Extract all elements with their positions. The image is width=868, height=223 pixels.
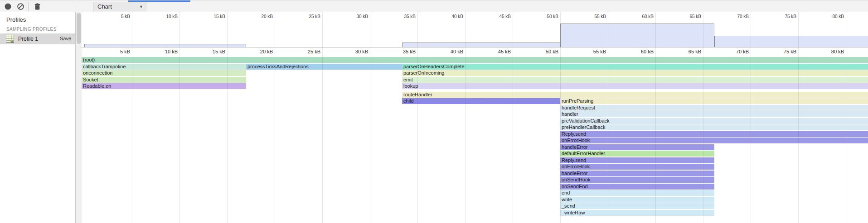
flame-frame-callbacktrampoline[interactable]: callbackTrampoline (82, 64, 246, 70)
axis-tick-label: 60 kB (621, 49, 654, 54)
axis-tick-label: 45 kB (478, 14, 511, 19)
overview-baseline (82, 47, 868, 47)
sidebar-item-profile-1[interactable]: % Profile 1 Save (0, 33, 75, 44)
flame-frame-onerrorhook[interactable]: onErrorHook (560, 164, 714, 170)
sidebar-title: Profiles (6, 16, 26, 23)
axis-tick-label: 80 kB (811, 14, 844, 19)
flame-frame--root-[interactable]: (root) (82, 57, 868, 63)
axis-tick-label: 60 kB (621, 14, 654, 19)
axis-tick-label: 80 kB (811, 49, 844, 54)
overview-segment[interactable] (402, 43, 560, 47)
chart-pane: 5 kB10 kB15 kB20 kB25 kB30 kB35 kB40 kB4… (82, 12, 868, 223)
axis-tick-label: 55 kB (573, 14, 606, 19)
flame-frame-end[interactable]: end (560, 190, 714, 196)
axis-gridline (513, 12, 513, 223)
axis-tick-label: 15 kB (193, 49, 225, 54)
flame-frame-runpreparsing[interactable]: runPreParsing (560, 98, 868, 104)
flame-chart[interactable]: (root)callbackTrampolineprocessTicksAndR… (82, 57, 868, 223)
flame-frame-socket[interactable]: Socket (82, 77, 246, 83)
flame-frame-handleerror[interactable]: handleError (560, 144, 714, 150)
overview-segment[interactable] (84, 44, 246, 47)
profiles-sidebar: Profiles SAMPLING PROFILES % Profile 1 S… (0, 12, 76, 223)
axis-tick-label: 50 kB (526, 14, 558, 19)
axis-tick-label: 10 kB (145, 14, 178, 19)
flame-frame-child[interactable]: child (402, 98, 560, 104)
axis-tick-label: 75 kB (764, 49, 796, 54)
toolbar: Chart ▼ (0, 0, 868, 12)
axis-tick-label: 30 kB (335, 14, 368, 19)
flame-frame-processticksandrejections[interactable]: processTicksAndRejections (246, 64, 402, 70)
flame-frame-prehandlercallback[interactable]: preHandlerCallback (560, 124, 868, 130)
axis-tick-label: 35 kB (383, 14, 416, 19)
axis-gridline (465, 12, 466, 223)
toolbar-separator (28, 2, 29, 11)
flame-frame-readable-on[interactable]: Readable.on (82, 83, 246, 89)
flame-frame--writeraw[interactable]: _writeRaw (560, 210, 714, 216)
axis-gridline (179, 12, 180, 223)
axis-tick-label: 35 kB (383, 49, 416, 54)
axis-tick-label: 70 kB (716, 14, 749, 19)
flame-frame-onsendend[interactable]: onSendEnd (560, 184, 714, 190)
axis-tick-label: 15 kB (193, 14, 225, 19)
axis-gridline (608, 12, 608, 223)
axis-tick-label: 55 kB (573, 49, 606, 54)
axis-gridline (560, 12, 561, 223)
view-mode-select[interactable]: Chart ▼ (93, 2, 147, 11)
overview-segment[interactable] (560, 24, 714, 47)
flame-frame-defaulterrorhandler[interactable]: defaultErrorHandler (560, 151, 714, 157)
sidebar-section-label: SAMPLING PROFILES (6, 27, 57, 32)
axis-tick-label: 40 kB (431, 14, 463, 19)
axis-tick-label: 70 kB (716, 49, 749, 54)
axis-tick-label: 50 kB (526, 49, 558, 54)
overview-segment[interactable] (714, 36, 868, 47)
axis-gridline (655, 12, 656, 223)
axis-tick-label: 65 kB (669, 14, 701, 19)
record-profile-button[interactable] (4, 3, 12, 10)
flame-frame-reply-send[interactable]: Reply.send (560, 131, 868, 137)
clear-block-icon[interactable] (17, 3, 24, 10)
toolbar-separator-2 (76, 2, 76, 11)
axis-tick-label: 30 kB (335, 49, 368, 54)
axis-gridline (417, 12, 418, 223)
axis-tick-label: 20 kB (240, 14, 273, 19)
flame-frame-onconnection[interactable]: onconnection (82, 70, 246, 76)
flame-frame--send[interactable]: _send (560, 203, 714, 209)
profiler-app: Chart ▼ Profiles SAMPLING PROFILES % Pro… (0, 0, 868, 223)
flame-frame-prevalidationcallback[interactable]: preValidationCallback (560, 118, 868, 124)
flame-frame-write-[interactable]: write_ (560, 197, 714, 203)
chart-vertical-scrollbar[interactable] (76, 12, 82, 223)
flame-frame-onsendhook[interactable]: onSendHook (560, 177, 714, 183)
save-profile-link[interactable]: Save (60, 36, 71, 41)
axis-gridline (322, 12, 323, 223)
axis-tick-label: 20 kB (240, 49, 273, 54)
scrollbar-thumb[interactable] (77, 13, 81, 44)
flame-frame-handler[interactable]: handler (560, 111, 868, 117)
profile-name: Profile 1 (18, 36, 38, 42)
flame-frame-reply-send[interactable]: Reply.send (560, 157, 714, 163)
axis-tick-label: 25 kB (288, 14, 320, 19)
chevron-down-icon: ▼ (139, 2, 143, 11)
axis-gridline (132, 12, 132, 223)
axis-gridline (703, 12, 703, 223)
flame-frame-onerrorhook[interactable]: onErrorHook (560, 138, 868, 143)
axis-tick-label: 75 kB (764, 14, 796, 19)
axis-tick-label: 5 kB (97, 49, 130, 54)
flame-frame-handlerequest[interactable]: handleRequest (560, 105, 868, 111)
axis-tick-label: 40 kB (431, 49, 463, 54)
view-mode-value: Chart (97, 3, 112, 10)
axis-gridline (846, 12, 846, 223)
axis-tick-label: 45 kB (478, 49, 511, 54)
axis-gridline (370, 12, 370, 223)
axis-tick-label: 5 kB (97, 14, 130, 19)
axis-tick-label: 10 kB (145, 49, 178, 54)
axis-gridline (227, 12, 228, 223)
axis-gridline (275, 12, 275, 223)
axis-gridline (751, 12, 751, 223)
axis-gridline (798, 12, 799, 223)
profile-grid-icon: % (6, 35, 14, 43)
flame-frame-handleerror[interactable]: handleError (560, 171, 714, 176)
axis-tick-label: 65 kB (669, 49, 701, 54)
delete-profile-trash-icon[interactable] (34, 3, 41, 10)
axis-tick-label: 25 kB (288, 49, 320, 54)
